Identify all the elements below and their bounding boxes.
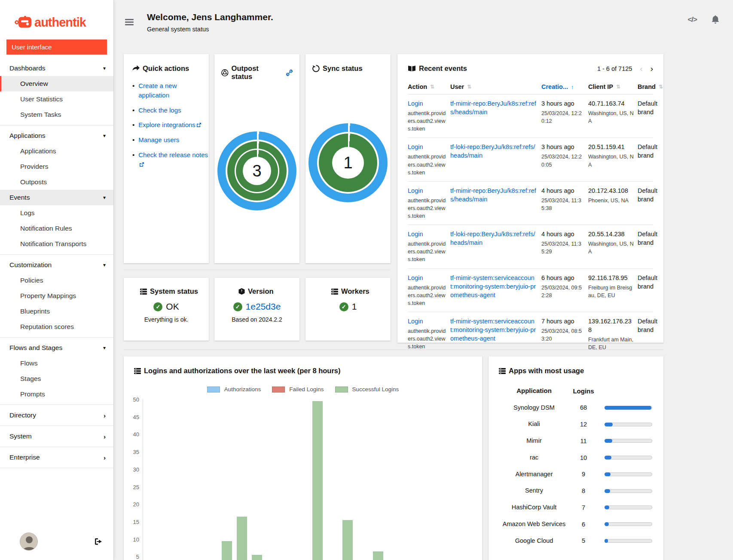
version-value[interactable]: 1e25d3e [246,301,281,312]
server-icon [140,289,147,295]
sort-icon[interactable]: ⇅ [467,84,471,90]
sidebar-item-outposts[interactable]: Outposts [0,174,113,190]
notifications-bell-icon[interactable] [712,15,719,24]
sidebar-item-overview[interactable]: Overview [0,76,113,91]
sidebar-section-applications[interactable]: Applications▾ [0,128,113,143]
event-action-link[interactable]: Login [408,231,423,237]
outpost-status-title: Outpost status [232,64,280,81]
sidebar-section-enterprise[interactable]: Enterprise› [0,450,113,465]
event-user-link[interactable]: tf-mimir-system:serviceaccount:monitorin… [450,274,536,298]
divider [124,350,663,350]
event-user-link[interactable]: tf-mimir-system:serviceaccount:monitorin… [450,318,536,342]
outpost-link-icon[interactable] [286,70,293,76]
sidebar-item-reputation-scores[interactable]: Reputation scores [0,319,113,335]
sidebar-section-label: Dashboards [9,64,46,72]
page-subtitle: General system status [147,26,273,33]
app-usage-meter [605,539,652,543]
quick-action-link-create-a-new-application[interactable]: Create a new application [138,81,209,100]
column-header-brand[interactable]: Brand⇅ [638,83,669,90]
sort-icon[interactable]: ⇅ [659,84,663,90]
divider [0,125,113,125]
legend-label: Failed Logins [289,386,324,393]
sidebar-item-user-statistics[interactable]: User Statistics [0,91,113,107]
sidebar-item-notification-transports[interactable]: Notification Transports [0,236,113,252]
logout-icon[interactable] [95,538,102,545]
pagination-prev-icon[interactable]: ‹ [640,64,642,73]
quick-action-link-manage-users[interactable]: Manage users [138,135,179,145]
main-area: Welcome, Jens Langhammer. General system… [114,0,733,560]
sidebar-section-flows-and-stages[interactable]: Flows and Stages▾ [0,340,113,356]
chart-bar-successful-logins [222,541,232,560]
sidebar-item-notification-rules[interactable]: Notification Rules [0,221,113,236]
event-action-link[interactable]: Login [408,100,423,107]
legend-item-successful-logins[interactable]: Successful Logins [335,386,399,393]
cube-icon [238,288,245,295]
divider [0,337,113,338]
app-logins-count: 9 [568,471,599,478]
column-header-creation[interactable]: Creatio...↑ [541,83,584,90]
app-usage-meter [605,406,652,410]
app-usage-meter [605,439,652,443]
user-interface-button[interactable]: User interface [6,40,107,55]
event-action-cell: Loginauthentik.providers.oauth2.views.to… [408,230,446,263]
app-logins-count: 68 [568,404,599,411]
sidebar-item-property-mappings[interactable]: Property Mappings [0,288,113,304]
authentik-logo-icon [15,15,33,29]
sidebar-item-flows[interactable]: Flows [0,356,113,371]
app-usage-meter-fill [605,522,609,526]
sidebar-section-directory[interactable]: Directory› [0,408,113,423]
pagination-next-icon[interactable]: › [651,64,653,73]
event-action-link[interactable]: Login [408,274,423,281]
app-usage-meter [605,505,652,509]
event-time-ago: 4 hours ago [541,186,584,195]
y-tick-label: 15 [128,519,139,525]
app-usage-meter-wrap [599,472,652,476]
app-usage-meter-fill [605,505,609,509]
chart-bar-successful-logins [342,520,353,560]
event-action-link[interactable]: Login [408,187,423,194]
event-action-link[interactable]: Login [408,318,423,325]
app-usage-meter-wrap [599,489,652,493]
event-user-link[interactable]: tf-mimir-repo:BeryJu/k8s:ref:refs/heads/… [450,187,536,203]
column-header-client-ip[interactable]: Client IP⇅ [588,83,634,90]
sidebar-item-stages[interactable]: Stages [0,371,113,387]
avatar[interactable] [20,533,38,551]
sidebar-item-system-tasks[interactable]: System Tasks [0,107,113,122]
api-code-icon[interactable]: </> [687,15,697,24]
sidebar-item-policies[interactable]: Policies [0,273,113,288]
column-header-user[interactable]: User⇅ [450,83,538,90]
event-user-link[interactable]: tf-loki-repo:BeryJu/k8s:ref:refs/heads/m… [450,143,535,159]
sidebar-item-blueprints[interactable]: Blueprints [0,304,113,319]
legend-item-failed-logins[interactable]: Failed Logins [272,386,324,393]
sidebar-section-events[interactable]: Events▾ [0,190,113,205]
sort-asc-icon[interactable]: ↑ [571,84,574,90]
column-header-action[interactable]: Action⇅ [408,83,446,90]
bullet-icon: • [132,150,134,169]
sidebar-item-providers[interactable]: Providers [0,159,113,174]
sidebar-item-applications[interactable]: Applications [0,143,113,159]
event-user-link[interactable]: tf-mimir-repo:BeryJu/k8s:ref:refs/heads/… [450,100,536,116]
event-user-link[interactable]: tf-loki-repo:BeryJu/k8s:ref:refs/heads/m… [450,231,535,246]
app-name: Synology DSM [500,403,568,413]
sort-icon[interactable]: ⇅ [430,84,434,90]
sidebar-section-system[interactable]: System› [0,429,113,444]
quick-action-link-check-the-logs[interactable]: Check the logs [138,106,181,115]
sidebar-item-prompts[interactable]: Prompts [0,387,113,402]
event-row: Loginauthentik.providers.oauth2.views.to… [408,225,653,268]
event-action-link[interactable]: Login [408,143,423,150]
hamburger-menu-icon[interactable] [125,18,134,27]
legend-item-authorizations[interactable]: Authorizations [207,386,261,393]
event-brand-cell: Default brand [638,317,669,351]
quick-action-link-check-the-release-notes[interactable]: Check the release notes [138,150,209,169]
sidebar-item-logs[interactable]: Logs [0,205,113,221]
y-tick-label: 40 [128,431,139,438]
sidebar-section-customization[interactable]: Customization▾ [0,257,113,273]
quick-action-link-explore-integrations[interactable]: Explore integrations [138,120,201,130]
event-user-cell: tf-loki-repo:BeryJu/k8s:ref:refs/heads/m… [450,230,538,263]
event-brand-cell: Default brand [638,230,669,263]
sort-icon[interactable]: ⇅ [616,84,620,90]
apps-usage-title: Apps with most usage [509,367,584,375]
app-name: HashiCorp Vault [500,503,568,512]
sidebar-section-dashboards[interactable]: Dashboards▾ [0,61,113,76]
sync-status-donut: 1 [305,123,391,202]
